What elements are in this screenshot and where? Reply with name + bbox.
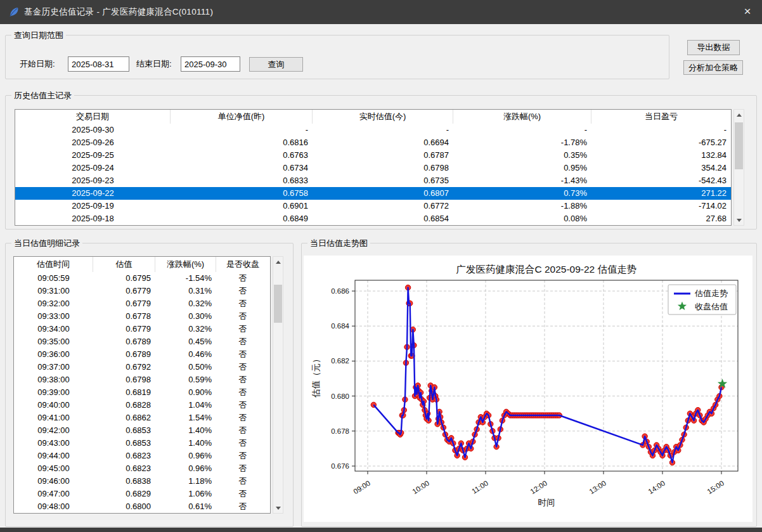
- scrollbar-down-icon[interactable]: [273, 503, 283, 513]
- table-row[interactable]: 09:45:000.68230.96%否: [14, 462, 270, 475]
- svg-text:09:00: 09:00: [352, 479, 371, 496]
- table-row[interactable]: 2025-09-190.69010.6772-1.88%-714.02: [15, 200, 731, 212]
- table-cell: 0.6823: [93, 450, 155, 462]
- table-row[interactable]: 09:37:000.67920.50%否: [14, 361, 270, 373]
- table-cell: 否: [216, 424, 269, 437]
- table-cell: 否: [216, 310, 269, 323]
- valuation-trend-chart: 09:0010:0011:0012:0013:0014:0015:000.676…: [304, 256, 752, 522]
- table-row[interactable]: 09:42:000.68531.40%否: [14, 424, 270, 437]
- scrollbar-up-icon[interactable]: [273, 257, 283, 267]
- end-date-input[interactable]: [181, 56, 240, 72]
- table-cell: 0.59%: [155, 373, 216, 386]
- start-date-input[interactable]: [68, 56, 129, 72]
- table-row[interactable]: 09:31:000.67790.31%否: [14, 285, 270, 297]
- table-row[interactable]: 09:33:000.67780.30%否: [14, 310, 270, 323]
- table-row[interactable]: 2025-09-220.67580.68070.73%271.22: [15, 187, 731, 200]
- scrollbar-thumb[interactable]: [735, 122, 743, 169]
- window-title: 基金历史估值记录 - 广发医药健康混合C(010111): [24, 0, 213, 24]
- table-row[interactable]: 09:47:000.68291.06%否: [14, 488, 270, 500]
- table-cell: 0.6819: [93, 386, 155, 399]
- table-cell: 否: [216, 297, 269, 310]
- table-row[interactable]: 09:39:000.68190.90%否: [14, 386, 270, 399]
- table-cell: 1.40%: [155, 437, 216, 450]
- table-row[interactable]: 09:41:000.68621.54%否: [14, 412, 270, 424]
- table-row[interactable]: 2025-09-260.68160.6694-1.78%-675.27: [15, 136, 731, 149]
- table-row[interactable]: 09:43:000.68531.40%否: [14, 437, 270, 450]
- table-cell: 09:40:00: [14, 399, 93, 412]
- table-cell: 0.6829: [93, 488, 155, 500]
- table-row[interactable]: 2025-09-230.68330.6735-1.43%-542.43: [15, 174, 731, 187]
- table-cell: 09:39:00: [14, 386, 93, 399]
- table-cell: 2025-09-23: [15, 174, 171, 187]
- chart-figure: 09:0010:0011:0012:0013:0014:0015:000.676…: [304, 256, 752, 522]
- column-header[interactable]: 单位净值(昨): [171, 110, 313, 124]
- table-row[interactable]: 09:46:000.68381.18%否: [14, 475, 270, 488]
- table-cell: 0.6853: [93, 424, 155, 437]
- column-header[interactable]: 估值时间: [14, 257, 93, 272]
- table-cell: 否: [216, 437, 269, 450]
- scrollbar-down-icon[interactable]: [734, 215, 744, 225]
- table-cell: -: [313, 124, 453, 136]
- table-cell: 否: [216, 285, 269, 297]
- table-cell: -714.02: [591, 200, 731, 212]
- table-cell: 09:43:00: [14, 437, 93, 450]
- table-cell: -1.43%: [453, 174, 591, 187]
- table-row[interactable]: 09:32:000.67790.32%否: [14, 297, 270, 310]
- table-cell: 0.95%: [453, 162, 591, 174]
- table-cell: -542.43: [591, 174, 731, 187]
- table-cell: 1.40%: [155, 424, 216, 437]
- table-cell: 2025-09-22: [15, 187, 171, 200]
- table-row[interactable]: 2025-09-240.67340.67980.95%354.24: [15, 162, 731, 174]
- table-cell: 2025-09-26: [15, 136, 171, 149]
- table-row[interactable]: 2025-09-30----: [15, 124, 731, 136]
- query-button[interactable]: 查询: [249, 57, 303, 72]
- table-cell: -1.88%: [453, 200, 591, 212]
- column-header[interactable]: 涨跌幅(%): [453, 110, 591, 124]
- table-cell: 0.6779: [93, 297, 155, 310]
- table-cell: 否: [216, 361, 269, 373]
- history-scrollbar[interactable]: [733, 109, 744, 226]
- table-row[interactable]: 09:35:000.67890.45%否: [14, 335, 270, 348]
- table-cell: 0.6789: [93, 348, 155, 361]
- table-row[interactable]: 09:38:000.67980.59%否: [14, 373, 270, 386]
- export-data-button[interactable]: 导出数据: [687, 40, 740, 55]
- table-cell: 0.32%: [155, 323, 216, 335]
- history-table: 交易日期单位净值(昨)实时估值(今)涨跌幅(%)当日盈亏2025-09-30--…: [15, 109, 732, 226]
- table-cell: -: [591, 124, 731, 136]
- svg-text:估值（元）: 估值（元）: [311, 354, 321, 398]
- table-row[interactable]: 09:05:590.6795-1.54%否: [14, 272, 270, 285]
- close-button[interactable]: ×: [733, 0, 762, 24]
- scrollbar-thumb[interactable]: [274, 285, 282, 323]
- table-cell: 09:33:00: [14, 310, 93, 323]
- table-cell: 0.6735: [313, 174, 453, 187]
- table-row[interactable]: 09:44:000.68230.96%否: [14, 450, 270, 462]
- column-header[interactable]: 实时估值(今): [313, 110, 453, 124]
- column-header[interactable]: 涨跌幅(%): [155, 257, 216, 272]
- table-cell: 2025-09-19: [15, 200, 171, 212]
- table-cell: 0.6838: [93, 475, 155, 488]
- query-group-label: 查询日期范围: [11, 30, 66, 41]
- history-group-label: 历史估值主记录: [11, 90, 74, 101]
- table-row[interactable]: 09:34:000.67790.32%否: [14, 323, 270, 335]
- table-row[interactable]: 2025-09-180.68490.68540.08%27.68: [15, 212, 731, 225]
- column-header[interactable]: 交易日期: [15, 110, 171, 124]
- table-row[interactable]: 09:48:000.68000.61%否: [14, 500, 270, 513]
- table-cell: 0.6787: [313, 149, 453, 162]
- column-header[interactable]: 是否收盘: [216, 257, 269, 272]
- app-window: 基金历史估值记录 - 广发医药健康混合C(010111) × 查询日期范围 开始…: [0, 0, 762, 532]
- table-row[interactable]: 09:40:000.68281.04%否: [14, 399, 270, 412]
- table-cell: 0.6694: [313, 136, 453, 149]
- table-row[interactable]: 09:36:000.67890.46%否: [14, 348, 270, 361]
- table-row[interactable]: 2025-09-250.67630.67870.35%132.84: [15, 149, 731, 162]
- table-cell: 0.31%: [155, 285, 216, 297]
- detail-scrollbar[interactable]: [273, 256, 283, 514]
- table-cell: 271.22: [591, 187, 731, 200]
- analyze-strategy-button[interactable]: 分析加仓策略: [683, 60, 743, 75]
- scrollbar-up-icon[interactable]: [734, 110, 744, 120]
- table-cell: 0.6833: [171, 174, 313, 187]
- table-cell: 0.6901: [171, 200, 313, 212]
- column-header[interactable]: 当日盈亏: [591, 110, 731, 124]
- table-cell: 0.96%: [155, 462, 216, 475]
- column-header[interactable]: 估值: [93, 257, 155, 272]
- svg-text:15:00: 15:00: [706, 479, 725, 496]
